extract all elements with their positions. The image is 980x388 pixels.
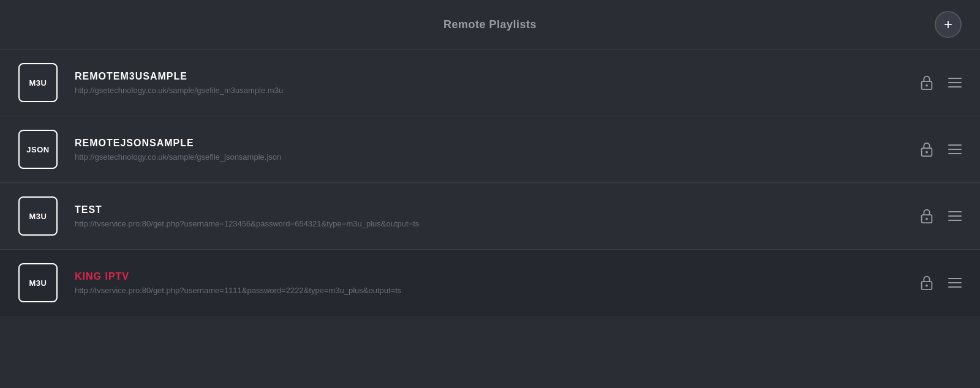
app-container: Remote Playlists + M3U REMOTEM3USAMPLE h… (0, 0, 980, 316)
playlist-name: KING IPTV (75, 271, 920, 282)
svg-point-1 (925, 84, 928, 87)
add-playlist-button[interactable]: + (935, 11, 962, 38)
svg-point-3 (925, 151, 928, 154)
playlist-url: http://gsetechnology.co.uk/sample/gsefil… (75, 86, 920, 95)
list-item: M3U TEST http://tvservice.pro:80/get.php… (0, 182, 980, 249)
playlist-name: REMOTEJSONSAMPLE (75, 138, 920, 149)
playlist-info: KING IPTV http://tvservice.pro:80/get.ph… (75, 271, 920, 295)
header: Remote Playlists + (0, 0, 980, 49)
list-item: JSON REMOTEJSONSAMPLE http://gsetechnolo… (0, 116, 980, 182)
playlist-info: REMOTEJSONSAMPLE http://gsetechnology.co… (75, 138, 920, 162)
type-badge: M3U (18, 263, 58, 302)
page-title: Remote Playlists (443, 18, 537, 31)
playlist-actions (920, 208, 962, 224)
menu-icon[interactable] (948, 211, 962, 221)
svg-point-7 (925, 285, 928, 287)
playlist-actions (920, 75, 962, 91)
lock-icon[interactable] (920, 208, 933, 224)
lock-icon[interactable] (920, 275, 933, 291)
menu-icon[interactable] (948, 278, 962, 288)
playlist-actions (920, 141, 962, 157)
playlist-url: http://gsetechnology.co.uk/sample/gsefil… (75, 152, 920, 162)
type-badge: M3U (18, 196, 58, 236)
lock-icon[interactable] (920, 75, 933, 91)
lock-icon[interactable] (920, 141, 933, 157)
list-item: M3U REMOTEM3USAMPLE http://gsetechnology… (0, 49, 980, 116)
menu-icon[interactable] (948, 144, 962, 154)
playlist-info: REMOTEM3USAMPLE http://gsetechnology.co.… (75, 71, 920, 95)
playlist-list: M3U REMOTEM3USAMPLE http://gsetechnology… (0, 49, 980, 316)
svg-point-5 (925, 218, 928, 220)
playlist-url: http://tvservice.pro:80/get.php?username… (75, 219, 920, 228)
playlist-actions (920, 275, 962, 291)
type-badge: JSON (18, 130, 58, 169)
playlist-name: TEST (75, 204, 920, 215)
playlist-info: TEST http://tvservice.pro:80/get.php?use… (75, 204, 920, 228)
menu-icon[interactable] (948, 78, 962, 88)
list-item: M3U KING IPTV http://tvservice.pro:80/ge… (0, 249, 980, 316)
type-badge: M3U (18, 63, 58, 102)
playlist-url: http://tvservice.pro:80/get.php?username… (75, 286, 920, 295)
playlist-name: REMOTEM3USAMPLE (75, 71, 920, 82)
